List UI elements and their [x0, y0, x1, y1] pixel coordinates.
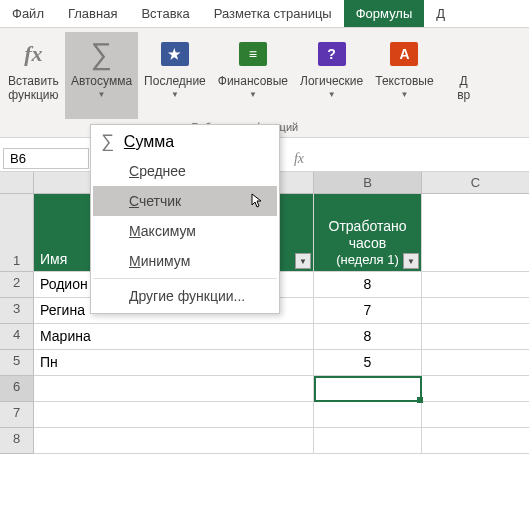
cell[interactable]: [314, 428, 422, 454]
cell[interactable]: [422, 428, 529, 454]
row-header[interactable]: 3: [0, 298, 34, 324]
cell[interactable]: [34, 428, 314, 454]
row-header[interactable]: 7: [0, 402, 34, 428]
cell[interactable]: [314, 402, 422, 428]
finance-icon: ≡: [239, 42, 267, 66]
menu-item-average[interactable]: Среднее: [93, 156, 277, 186]
tab-formulas[interactable]: Формулы: [344, 0, 425, 27]
cell[interactable]: [422, 376, 529, 402]
recent-functions-button[interactable]: ★ Последние ▼: [138, 32, 212, 119]
cell[interactable]: [34, 402, 314, 428]
table-header-hours[interactable]: Отработаночасов (неделя 1) ▼: [314, 194, 422, 272]
cell[interactable]: [34, 376, 314, 402]
cell-selected[interactable]: [314, 376, 422, 402]
col-header-b[interactable]: B: [314, 172, 422, 194]
text-icon: A: [390, 42, 418, 66]
fx-icon: fx: [24, 41, 42, 67]
logic-icon: ?: [318, 42, 346, 66]
cell-hours[interactable]: 5: [314, 350, 422, 376]
chevron-down-icon: ▼: [98, 90, 106, 99]
date-button[interactable]: Д вр: [440, 32, 488, 119]
row-header[interactable]: 1: [0, 194, 34, 272]
financial-button[interactable]: ≡ Финансовые ▼: [212, 32, 294, 119]
sigma-icon: ∑: [91, 37, 112, 71]
menu-item-max[interactable]: Максимум: [93, 216, 277, 246]
row-header[interactable]: 8: [0, 428, 34, 454]
cell-name[interactable]: Марина: [34, 324, 314, 350]
filter-dropdown-icon[interactable]: ▼: [295, 253, 311, 269]
name-box[interactable]: B6: [3, 148, 89, 169]
cell[interactable]: [422, 324, 529, 350]
text-button[interactable]: A Текстовые ▼: [369, 32, 439, 119]
row-header[interactable]: 2: [0, 272, 34, 298]
chevron-down-icon: ▼: [328, 90, 336, 99]
row-header[interactable]: 6: [0, 376, 34, 402]
chevron-down-icon: ▼: [400, 90, 408, 99]
cell[interactable]: [422, 402, 529, 428]
row-header[interactable]: 4: [0, 324, 34, 350]
select-all-corner[interactable]: [0, 172, 34, 194]
logical-button[interactable]: ? Логические ▼: [294, 32, 369, 119]
cell-hours[interactable]: 8: [314, 272, 422, 298]
chevron-down-icon: ▼: [249, 90, 257, 99]
chevron-down-icon: ▼: [171, 90, 179, 99]
col-header-c[interactable]: C: [422, 172, 529, 194]
cell-hours[interactable]: 8: [314, 324, 422, 350]
cell[interactable]: [422, 272, 529, 298]
autosum-dropdown: ∑ Сумма Среднее Счетчик Максимум Минимум…: [90, 124, 280, 314]
fx-icon[interactable]: fx: [286, 151, 312, 167]
tab-extra[interactable]: Д: [424, 0, 457, 27]
ribbon-tabs: Файл Главная Вставка Разметка страницы Ф…: [0, 0, 529, 28]
star-icon: ★: [161, 42, 189, 66]
menu-item-min[interactable]: Минимум: [93, 246, 277, 276]
cell-name[interactable]: Пн: [34, 350, 314, 376]
cursor-icon: [251, 193, 265, 212]
autosum-button[interactable]: ∑ Автосумма ▼: [65, 32, 138, 119]
cell-hours[interactable]: 7: [314, 298, 422, 324]
formula-input[interactable]: [312, 149, 529, 168]
dropdown-header: ∑ Сумма: [93, 127, 277, 156]
tab-home[interactable]: Главная: [56, 0, 129, 27]
ribbon-toolbar: fx Вставитьфункцию ∑ Автосумма ▼ ★ После…: [0, 28, 529, 138]
menu-item-more[interactable]: Другие функции...: [93, 281, 277, 311]
tab-pagelayout[interactable]: Разметка страницы: [202, 0, 344, 27]
tab-insert[interactable]: Вставка: [129, 0, 201, 27]
sigma-icon: ∑: [101, 131, 114, 152]
cell[interactable]: [422, 298, 529, 324]
row-header[interactable]: 5: [0, 350, 34, 376]
tab-file[interactable]: Файл: [0, 0, 56, 27]
cell[interactable]: [422, 194, 529, 272]
menu-item-count[interactable]: Счетчик: [93, 186, 277, 216]
insert-function-button[interactable]: fx Вставитьфункцию: [2, 32, 65, 119]
cell[interactable]: [422, 350, 529, 376]
filter-dropdown-icon[interactable]: ▼: [403, 253, 419, 269]
